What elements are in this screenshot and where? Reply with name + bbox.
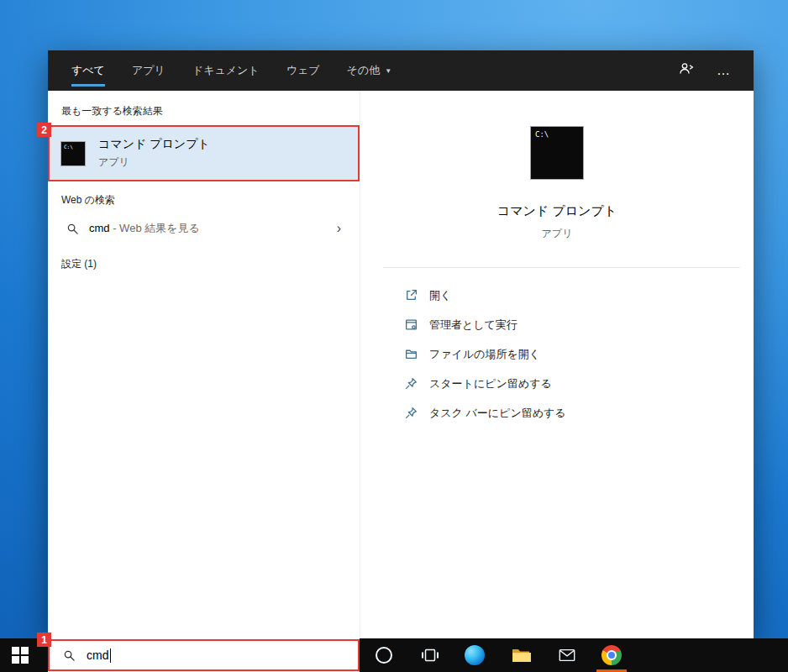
search-icon [63, 649, 76, 662]
run-as-admin-icon [404, 318, 418, 332]
tab-all[interactable]: すべて [71, 50, 105, 91]
action-open-label: 開く [429, 288, 451, 303]
action-pin-to-start[interactable]: スタートにピン留めする [360, 369, 754, 398]
best-match-result-command-prompt[interactable]: C:\ コマンド プロンプト アプリ [48, 126, 360, 181]
preview-subtitle: アプリ [360, 227, 754, 241]
action-run-as-admin[interactable]: 管理者として実行 [360, 310, 754, 339]
best-match-section-label: 最も一致する検索結果 [61, 104, 163, 118]
header-icons: … [678, 50, 732, 91]
search-flyout: すべて アプリ ドキュメント ウェブ その他 ▼ [48, 50, 754, 638]
cortana-icon[interactable] [376, 647, 392, 664]
tab-documents-label: ドキュメント [192, 63, 260, 78]
action-open[interactable]: 開く [360, 281, 754, 310]
action-open-file-location-label: ファイルの場所を開く [429, 347, 540, 362]
web-search-result-row[interactable]: cmd - Web 結果を見る › [48, 212, 360, 245]
tab-apps[interactable]: アプリ [132, 50, 165, 91]
taskbar-search-input[interactable]: cmd [48, 638, 360, 672]
tab-all-label: すべて [71, 63, 105, 78]
preview-actions: 開く 管理者として実行 ファイルの場所を開く [360, 281, 754, 428]
command-prompt-icon-large: C:\ [530, 126, 584, 180]
open-file-location-icon [404, 347, 418, 361]
search-icon [66, 223, 79, 235]
tab-web[interactable]: ウェブ [286, 50, 320, 91]
tab-web-label: ウェブ [286, 63, 320, 78]
tab-documents[interactable]: ドキュメント [192, 50, 260, 91]
web-search-text: cmd - Web 結果を見る [89, 221, 200, 236]
web-search-section-label: Web の検索 [61, 193, 115, 207]
start-button[interactable] [0, 638, 40, 672]
search-flyout-header: すべて アプリ ドキュメント ウェブ その他 ▼ [48, 50, 754, 91]
text-caret [110, 648, 111, 663]
chevron-down-icon: ▼ [385, 67, 391, 75]
tab-more-label: その他 [347, 63, 381, 78]
results-column: 最も一致する検索結果 C:\ コマンド プロンプト アプリ Web の検索 [48, 91, 360, 638]
action-open-file-location[interactable]: ファイルの場所を開く [360, 339, 754, 369]
preview-panel: C:\ コマンド プロンプト アプリ 開く [360, 91, 754, 638]
command-prompt-icon: C:\ [60, 141, 86, 166]
search-tabs: すべて アプリ ドキュメント ウェブ その他 ▼ [71, 50, 391, 91]
action-pin-to-taskbar[interactable]: タスク バーにピン留めする [360, 398, 754, 428]
search-flyout-body: 最も一致する検索結果 C:\ コマンド プロンプト アプリ Web の検索 [48, 91, 754, 638]
settings-section-label: 設定 (1) [61, 257, 97, 271]
command-prompt-icon-text: C:\ [535, 130, 549, 139]
chrome-browser-icon[interactable] [602, 645, 622, 665]
best-match-text: コマンド プロンプト アプリ [98, 137, 210, 170]
action-pin-to-start-label: スタートにピン留めする [429, 376, 552, 391]
command-prompt-icon-text: C:\ [64, 144, 73, 150]
chevron-right-icon[interactable]: › [337, 221, 341, 236]
web-search-suffix: - Web 結果を見る [110, 222, 200, 234]
best-match-title: コマンド プロンプト [98, 137, 210, 152]
open-icon [404, 288, 418, 302]
search-input-value: cmd [87, 648, 108, 662]
task-view-icon[interactable] [420, 645, 440, 669]
file-explorer-icon[interactable] [511, 645, 531, 669]
action-run-as-admin-label: 管理者として実行 [429, 318, 517, 333]
tab-more[interactable]: その他 ▼ [347, 50, 392, 91]
pin-to-start-icon [404, 376, 418, 391]
mail-icon[interactable] [558, 646, 576, 668]
account-icon[interactable] [678, 60, 695, 81]
more-options-icon[interactable]: … [717, 66, 732, 75]
preview-title: コマンド プロンプト [360, 203, 754, 219]
best-match-subtitle: アプリ [98, 155, 210, 170]
windows-logo-icon [12, 647, 29, 664]
pin-to-taskbar-icon [404, 406, 418, 420]
desktop-background: すべて アプリ ドキュメント ウェブ その他 ▼ [0, 0, 788, 672]
edge-browser-icon[interactable] [465, 645, 485, 665]
web-search-query: cmd [89, 222, 110, 234]
tab-apps-label: アプリ [132, 63, 165, 78]
preview-divider [383, 267, 740, 268]
action-pin-to-taskbar-label: タスク バーにピン留めする [429, 406, 566, 421]
